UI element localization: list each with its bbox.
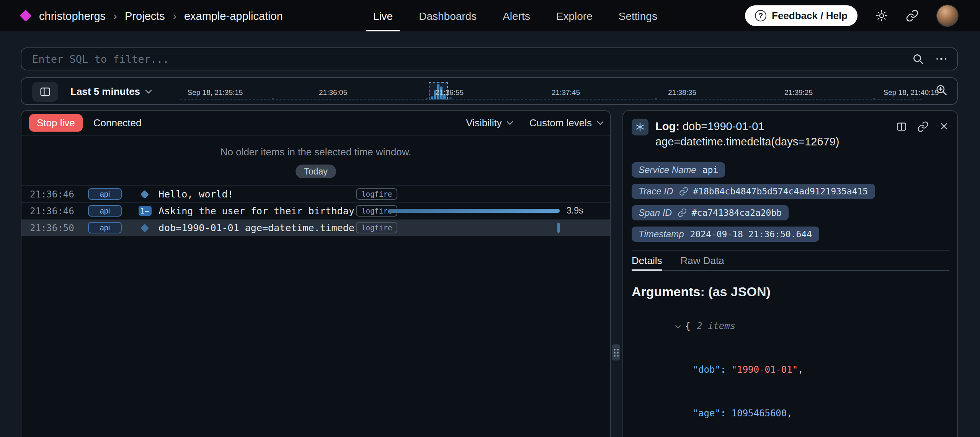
main-nav-tabs: Live Dashboards Alerts Explore Settings <box>373 0 657 31</box>
visibility-label: Visibility <box>466 117 501 129</box>
attribute-value: 2024-09-18 21:36:50.644 <box>690 229 812 240</box>
time-range-dropdown[interactable]: Last 5 minutes <box>70 78 151 104</box>
histogram-bar <box>426 98 428 99</box>
timeline-tick: 21:36:55 <box>435 88 464 96</box>
chevron-down-icon <box>145 87 152 93</box>
chevron-down-icon <box>507 119 513 125</box>
log-row-selected[interactable]: 21:36:50 api dob=1990-01-01 age=datetime… <box>21 219 610 236</box>
arguments-heading: Arguments: (as JSON) <box>632 285 949 300</box>
json-line: } <box>632 435 949 437</box>
histogram-bar <box>449 97 452 99</box>
logfire-logo-icon[interactable] <box>20 10 31 21</box>
log-timestamp: 21:36:50 <box>30 222 74 233</box>
breadcrumb-project[interactable]: example-application <box>184 10 283 22</box>
service-badge[interactable]: api <box>88 188 122 200</box>
link-icon <box>679 187 688 196</box>
sidebar-toggle-button[interactable] <box>32 82 58 102</box>
detail-header-icons <box>896 119 949 149</box>
brand-group: christophergs › Projects › example-appli… <box>21 9 283 22</box>
app-root: christophergs › Projects › example-appli… <box>0 0 980 437</box>
tab-alerts[interactable]: Alerts <box>503 0 530 31</box>
row-icon-slot <box>137 191 152 197</box>
breadcrumb-separator-icon: › <box>113 9 117 22</box>
more-options-icon[interactable] <box>936 58 946 60</box>
collapse-caret-icon[interactable] <box>675 323 681 328</box>
log-timestamp: 21:36:46 <box>30 189 74 199</box>
chevron-down-icon <box>597 119 604 125</box>
timeline-tick: Sep 18, 21:40:15 <box>884 88 939 96</box>
copy-link-icon[interactable] <box>917 121 929 132</box>
histogram-bar <box>873 98 875 99</box>
zoom-in-icon[interactable] <box>935 83 948 99</box>
feedback-help-button[interactable]: ? Feedback / Help <box>745 5 858 26</box>
live-panel-controls: Visibility Custom levels <box>466 117 603 129</box>
detail-title-body: dob=1990-01-01 age=datetime.timedelta(da… <box>655 120 839 148</box>
custom-levels-dropdown[interactable]: Custom levels <box>529 117 603 129</box>
collapse-count-badge[interactable]: 1− <box>138 206 151 216</box>
user-avatar[interactable] <box>936 5 959 27</box>
scope-tag: logfire <box>356 188 397 200</box>
time-range-label: Last 5 minutes <box>70 85 140 97</box>
service-badge[interactable]: api <box>88 205 122 217</box>
breadcrumb-separator-icon: › <box>173 9 176 22</box>
tab-dashboards[interactable]: Dashboards <box>419 0 477 31</box>
tab-live[interactable]: Live <box>373 0 393 31</box>
link-icon <box>678 208 687 217</box>
detail-title: Log: dob=1990-01-01 age=datetime.timedel… <box>655 119 870 149</box>
live-panel-header: Stop live Connected Visibility Custom le… <box>21 111 610 135</box>
expand-panel-icon[interactable] <box>896 121 907 132</box>
attribute-pill-trace-id[interactable]: Trace ID #18b84cb4847b5d574c4ad9121935a4… <box>632 184 875 199</box>
log-diamond-icon <box>140 190 149 199</box>
breadcrumb: christophergs › Projects › example-appli… <box>39 9 283 22</box>
arguments-suffix: (as JSON) <box>708 285 771 299</box>
live-log-panel: Stop live Connected Visibility Custom le… <box>21 110 611 437</box>
tab-details[interactable]: Details <box>632 251 662 270</box>
stop-live-button[interactable]: Stop live <box>29 114 83 132</box>
attribute-pill-timestamp[interactable]: Timestamp 2024-09-18 21:36:50.644 <box>632 227 819 242</box>
json-key: "dob" <box>693 364 720 375</box>
arguments-title: Arguments: <box>632 285 705 299</box>
log-diamond-icon <box>140 223 149 232</box>
breadcrumb-projects[interactable]: Projects <box>125 10 165 22</box>
visibility-dropdown[interactable]: Visibility <box>466 117 512 129</box>
breadcrumb-org[interactable]: christophergs <box>39 10 106 22</box>
today-button[interactable]: Today <box>296 165 336 178</box>
sql-filter-bar <box>21 47 958 70</box>
json-key: "age" <box>693 408 720 419</box>
json-items-note: 2 items <box>697 321 735 331</box>
log-message: Asking the user for their birthday <box>158 205 354 217</box>
tab-settings[interactable]: Settings <box>619 0 657 31</box>
attribute-pill-service-name[interactable]: Service Name api <box>632 162 725 178</box>
json-open-brace: { <box>685 321 691 331</box>
close-icon[interactable] <box>939 121 949 132</box>
row-icon-slot <box>137 225 152 231</box>
json-comma: , <box>787 408 792 419</box>
attribute-label: Span ID <box>639 207 672 218</box>
json-string-value: "1990-01-01" <box>732 364 798 375</box>
share-link-icon[interactable] <box>906 9 919 22</box>
today-wrap: Today <box>21 164 610 178</box>
attribute-pill-span-id[interactable]: Span ID #ca741384ca2a20bb <box>632 205 789 220</box>
tab-explore[interactable]: Explore <box>556 0 593 31</box>
panel-resize-handle[interactable] <box>612 344 620 360</box>
timeline-plot[interactable]: Sep 18, 21:35:15 21:36:05 21:36:55 21:37… <box>180 78 922 104</box>
search-icon[interactable] <box>911 53 924 65</box>
detail-tabs: Details Raw Data <box>632 250 949 271</box>
top-navbar: christophergs › Projects › example-appli… <box>0 0 980 31</box>
attribute-value: #18b84cb4847b5d574c4ad9121935a415 <box>693 186 868 197</box>
json-line: "dob": "1990-01-01", <box>632 348 949 392</box>
theme-toggle-sun-icon[interactable] <box>875 9 888 22</box>
row-icon-slot: 1− <box>137 206 152 216</box>
log-row[interactable]: 21:36:46 api Hello, world! logfire <box>21 185 610 202</box>
timeline-tick: 21:36:05 <box>319 88 347 96</box>
attribute-pills: Service Name api Trace ID #18b84cb4847b5… <box>632 162 949 242</box>
histogram-bar <box>272 98 274 99</box>
span-duration-label: 3.9s <box>567 206 583 215</box>
tab-raw-data[interactable]: Raw Data <box>681 251 724 270</box>
log-row[interactable]: 21:36:46 api 1− Asking the user for thei… <box>21 202 610 219</box>
sql-filter-input[interactable] <box>32 53 899 65</box>
log-level-icon <box>632 119 648 135</box>
json-line: "age": 1095465600, <box>632 392 949 435</box>
service-badge[interactable]: api <box>88 222 122 233</box>
histogram-bar <box>431 96 433 99</box>
